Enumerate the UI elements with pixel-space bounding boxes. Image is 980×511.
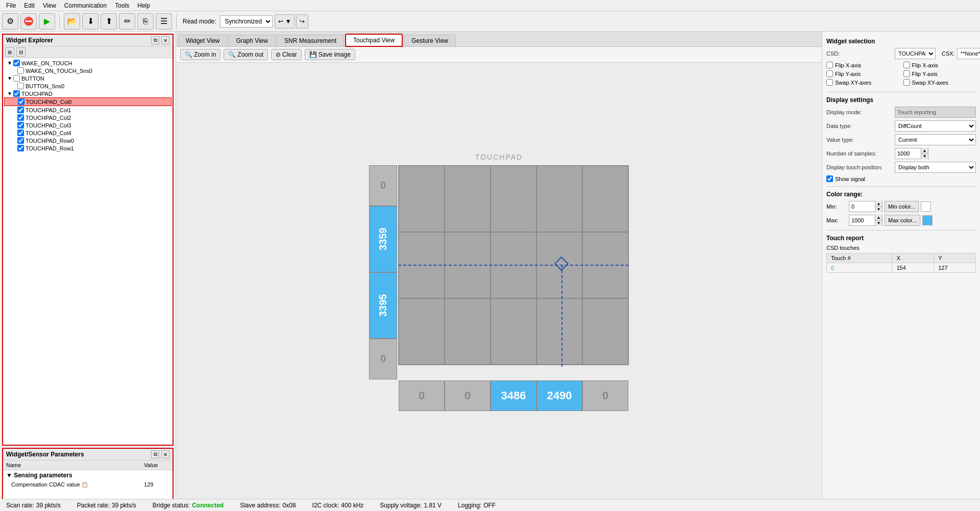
tree-item-touchpad-col1[interactable]: TOUCHPAD_Col1 xyxy=(4,106,172,114)
value-type-select[interactable]: Current Max Min xyxy=(895,134,976,145)
min-spinner[interactable]: ▲ ▼ xyxy=(849,201,883,212)
sensor-params-close[interactable]: ✕ xyxy=(161,450,169,458)
canvas-area: TOUCHPAD 0 3359 3395 0 xyxy=(176,63,822,511)
tree-item-touchpad-col2[interactable]: TOUCHPAD_Col2 xyxy=(4,114,172,121)
swap-xy-row-1: Swap XY-axes xyxy=(826,79,899,86)
label-wake-on-touch: WAKE_ON_TOUCH xyxy=(21,60,72,66)
cb-touchpad-col2[interactable] xyxy=(17,114,24,121)
label-button-sns0: BUTTON_Sns0 xyxy=(26,83,64,89)
tree-item-touchpad-col0[interactable]: TOUCHPAD_Col0 xyxy=(4,97,172,106)
tree-item-button[interactable]: ▼ BUTTON xyxy=(4,74,172,82)
tab-widget-view[interactable]: Widget View xyxy=(178,35,227,46)
flip-yaxis-cb-1[interactable] xyxy=(826,70,833,77)
num-samples-up[interactable]: ▲ xyxy=(921,148,928,154)
clear-button[interactable]: ⊘ Clear xyxy=(271,49,302,60)
display-touch-select[interactable]: Display both Display X only Display Y on… xyxy=(895,162,976,173)
csd-touches-table: Touch # X Y 0 154 127 xyxy=(826,253,976,273)
zoom-out-button[interactable]: 🔍 Zoom out xyxy=(224,49,268,60)
menu-view[interactable]: View xyxy=(39,1,60,10)
undo-button[interactable]: ↩ ▼ xyxy=(275,14,295,29)
cb-button-sns0[interactable] xyxy=(17,83,24,89)
cb-touchpad-row0[interactable] xyxy=(17,137,24,144)
tree-item-touchpad-col3[interactable]: TOUCHPAD_Col3 xyxy=(4,121,172,129)
max-color-row: Max: ▲ ▼ Max color... xyxy=(826,215,976,226)
cell-0-3 xyxy=(536,166,582,232)
flip-xaxis-cb-1[interactable] xyxy=(826,62,833,68)
cb-touchpad-row1[interactable] xyxy=(17,145,24,151)
csx-select[interactable]: **None** xyxy=(957,48,980,59)
flip-yaxis-row-2: Flip Y-axis xyxy=(903,70,976,77)
cb-touchpad-col0[interactable] xyxy=(18,98,24,105)
data-type-select[interactable]: DiffCount RawCount Baseline xyxy=(895,120,976,132)
run-button[interactable]: ▶ xyxy=(39,13,55,30)
stop-button[interactable]: ⛔ xyxy=(20,13,37,30)
menu-communication[interactable]: Communication xyxy=(60,1,111,10)
cell-2-1 xyxy=(445,298,491,365)
max-spinner[interactable]: ▲ ▼ xyxy=(849,215,883,226)
swap-xy-cb-2[interactable] xyxy=(903,79,910,86)
edit-button[interactable]: ✏ xyxy=(119,13,135,30)
cb-wake-on-touch[interactable] xyxy=(13,60,20,66)
min-input[interactable] xyxy=(849,201,875,212)
max-down[interactable]: ▼ xyxy=(875,220,882,226)
copy-icon[interactable]: 📋 xyxy=(82,482,88,488)
swap-xy-cb-1[interactable] xyxy=(826,79,833,86)
sensor-params-restore[interactable]: ⧉ xyxy=(151,450,159,458)
csd-select[interactable]: TOUCHPAD xyxy=(895,48,936,59)
cb-touchpad-col1[interactable] xyxy=(17,107,24,113)
label-touchpad-col1: TOUCHPAD_Col1 xyxy=(26,107,71,113)
cell-2-0 xyxy=(399,298,445,365)
zoom-in-button[interactable]: 🔍 Zoom in xyxy=(180,49,220,60)
packet-rate-label: Packet rate: xyxy=(77,502,110,509)
tree-item-touchpad-row0[interactable]: TOUCHPAD_Row0 xyxy=(4,137,172,144)
display-touch-label: Display touch position: xyxy=(826,164,893,170)
min-down[interactable]: ▼ xyxy=(875,207,882,212)
tree-item-button-sns0[interactable]: BUTTON_Sns0 xyxy=(4,82,172,90)
menu-file[interactable]: File xyxy=(2,1,20,10)
menu-help[interactable]: Help xyxy=(133,1,154,10)
col-x: X xyxy=(892,253,934,263)
num-samples-input[interactable] xyxy=(895,148,921,159)
min-up[interactable]: ▲ xyxy=(875,201,882,207)
tab-snr-measurement[interactable]: SNR Measurement xyxy=(277,35,344,46)
redo-button[interactable]: ↪ xyxy=(296,14,308,29)
right-panel: Widget selection CSD: TOUCHPAD CSX: **No… xyxy=(822,32,980,511)
tab-gesture-view[interactable]: Gesture View xyxy=(404,35,456,46)
save-image-button[interactable]: 💾 Save image xyxy=(305,49,355,60)
cb-touchpad-col4[interactable] xyxy=(17,130,24,136)
open-button[interactable]: 📂 xyxy=(64,13,80,30)
min-color-button[interactable]: Min color... xyxy=(885,201,919,212)
tree-item-touchpad-col4[interactable]: TOUCHPAD_Col4 xyxy=(4,129,172,137)
flip-xaxis-cb-2[interactable] xyxy=(903,62,910,68)
max-up[interactable]: ▲ xyxy=(875,215,882,220)
max-color-button[interactable]: Max color... xyxy=(885,215,920,226)
tree-collapse-icon[interactable]: ⊟ xyxy=(16,47,26,57)
settings-button[interactable]: ⚙ xyxy=(2,13,18,30)
import-button[interactable]: ⬇ xyxy=(82,13,99,30)
num-samples-spinner[interactable]: ▲ ▼ xyxy=(895,148,928,159)
num-samples-down[interactable]: ▼ xyxy=(921,154,928,159)
tree-expand-icon[interactable]: ⊞ xyxy=(5,47,14,57)
menu-tools[interactable]: Tools xyxy=(111,1,133,10)
tree-item-wake-on-touch-sns0[interactable]: WAKE_ON_TOUCH_Sns0 xyxy=(4,67,172,74)
copy-button[interactable]: ⎘ xyxy=(137,13,154,30)
cb-wake-on-touch-sns0[interactable] xyxy=(17,67,24,74)
tree-item-wake-on-touch[interactable]: ▼ WAKE_ON_TOUCH xyxy=(4,59,172,67)
widget-explorer-restore[interactable]: ⧉ xyxy=(151,36,159,44)
tab-touchpad-view[interactable]: Touchpad View xyxy=(345,34,403,47)
tree-item-touchpad[interactable]: ▼ TOUCHPAD xyxy=(4,90,172,97)
cb-touchpad-col3[interactable] xyxy=(17,122,24,129)
col-y: Y xyxy=(934,253,976,263)
export-button[interactable]: ⬆ xyxy=(101,13,117,30)
list-button[interactable]: ☰ xyxy=(156,13,172,30)
cb-button[interactable] xyxy=(13,75,20,82)
show-signal-cb[interactable] xyxy=(826,175,833,182)
cb-touchpad[interactable] xyxy=(13,90,20,97)
max-input[interactable] xyxy=(849,215,875,225)
menu-edit[interactable]: Edit xyxy=(20,1,39,10)
tab-graph-view[interactable]: Graph View xyxy=(228,35,275,46)
widget-explorer-close[interactable]: ✕ xyxy=(161,36,169,44)
tree-item-touchpad-row1[interactable]: TOUCHPAD_Row1 xyxy=(4,144,172,152)
flip-yaxis-cb-2[interactable] xyxy=(903,70,910,77)
read-mode-select[interactable]: Synchronized Continuous One Shot xyxy=(220,15,273,28)
